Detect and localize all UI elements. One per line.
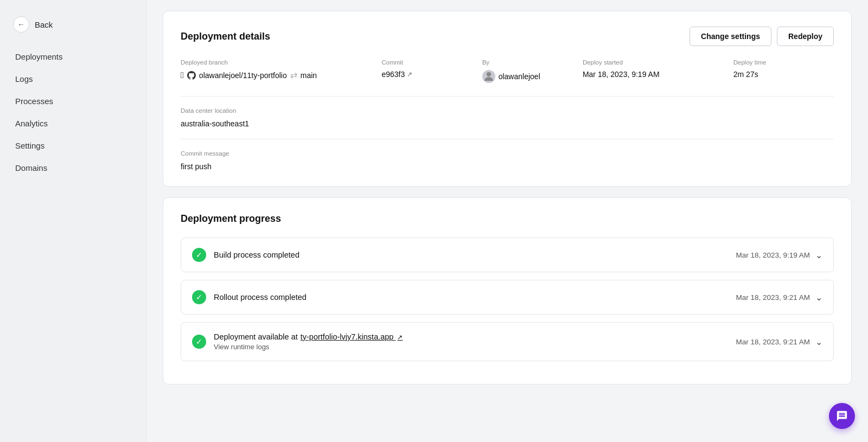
- available-timestamp: Mar 18, 2023, 9:21 AM: [736, 338, 810, 346]
- github-icon: : [181, 71, 184, 80]
- sidebar-item-analytics[interactable]: Analytics: [0, 112, 146, 134]
- deployed-branch-label: Deployed branch: [181, 59, 381, 70]
- rollout-check-icon: ✓: [192, 290, 206, 304]
- avatar: [482, 70, 495, 83]
- deployment-available-right: Mar 18, 2023, 9:21 AM ⌄: [736, 337, 822, 347]
- deploy-started-value: Mar 18, 2023, 9:19 AM: [583, 70, 733, 79]
- by-value: olawanlejoel: [482, 70, 583, 83]
- github-icon-svg: [187, 71, 196, 80]
- by-label: By: [482, 59, 583, 70]
- commit-hash: e963f3: [381, 70, 405, 79]
- progress-card-header: Deployment progress: [181, 213, 834, 225]
- rollout-process-label: Rollout process completed: [214, 293, 307, 302]
- back-label: Back: [35, 20, 53, 29]
- action-buttons: Change settings Redeploy: [690, 27, 834, 46]
- kinsta-link-text: ty-portfolio-lvjy7.kinsta.app: [301, 332, 394, 341]
- rollout-process-item: ✓ Rollout process completed Mar 18, 2023…: [181, 280, 834, 315]
- build-process-right: Mar 18, 2023, 9:19 AM ⌄: [736, 250, 822, 260]
- available-chevron-icon[interactable]: ⌄: [815, 337, 822, 347]
- change-settings-button[interactable]: Change settings: [690, 27, 771, 46]
- deployment-progress-title: Deployment progress: [181, 213, 281, 225]
- chat-icon: [836, 410, 848, 422]
- commit-label: Commit: [381, 59, 482, 70]
- sidebar-item-settings[interactable]: Settings: [0, 134, 146, 157]
- deployment-details-grid: Deployed branch  olawanlejoel/11ty-port…: [181, 59, 834, 83]
- rollout-timestamp: Mar 18, 2023, 9:21 AM: [736, 293, 810, 302]
- rollout-process-right: Mar 18, 2023, 9:21 AM ⌄: [736, 292, 822, 303]
- view-runtime-logs-link[interactable]: View runtime logs: [214, 343, 403, 351]
- deployment-available-left: ✓ Deployment available at ty-portfolio-l…: [192, 332, 403, 351]
- commit-message-section: Commit message first push: [181, 150, 834, 171]
- branch-name: main: [301, 71, 317, 80]
- sidebar-item-logs[interactable]: Logs: [0, 68, 146, 90]
- commit-link[interactable]: e963f3 ↗: [381, 70, 412, 79]
- deployment-details-card: Deployment details Change settings Redep…: [163, 11, 852, 187]
- branch-separator: ⇄: [290, 70, 297, 80]
- commit-message-value: first push: [181, 162, 834, 171]
- data-center-value: australia-southeast1: [181, 119, 834, 128]
- external-link-icon: ↗: [407, 71, 412, 78]
- build-chevron-icon[interactable]: ⌄: [815, 250, 822, 260]
- divider-2: [181, 139, 834, 139]
- deployment-available-label: Deployment available at ty-portfolio-lvj…: [214, 332, 403, 351]
- back-button[interactable]: ← Back: [0, 11, 146, 46]
- main-content: Deployment details Change settings Redep…: [146, 0, 868, 442]
- build-process-item: ✓ Build process completed Mar 18, 2023, …: [181, 238, 834, 272]
- chat-bubble-button[interactable]: [829, 403, 855, 429]
- build-process-left: ✓ Build process completed: [192, 248, 299, 262]
- data-center-section: Data center location australia-southeast…: [181, 107, 834, 128]
- card-header: Deployment details Change settings Redep…: [181, 27, 834, 46]
- deployment-progress-card: Deployment progress ✓ Build process comp…: [163, 197, 852, 385]
- sidebar-item-processes[interactable]: Processes: [0, 90, 146, 112]
- redeploy-button[interactable]: Redeploy: [777, 27, 834, 46]
- deploy-time-label: Deploy time: [733, 59, 834, 70]
- build-process-label: Build process completed: [214, 251, 299, 259]
- commit-value: e963f3 ↗: [381, 70, 482, 79]
- deployment-available-text: Deployment available at: [214, 332, 298, 341]
- available-check-icon: ✓: [192, 335, 206, 349]
- svg-point-0: [487, 72, 491, 76]
- build-timestamp: Mar 18, 2023, 9:19 AM: [736, 251, 810, 259]
- repo-name: olawanlejoel/11ty-portfolio: [199, 71, 287, 80]
- deployment-available-link-line: Deployment available at ty-portfolio-lvj…: [214, 332, 403, 341]
- deployment-available-item: ✓ Deployment available at ty-portfolio-l…: [181, 322, 834, 361]
- kinsta-app-link[interactable]: ty-portfolio-lvjy7.kinsta.app ↗: [301, 332, 403, 341]
- sidebar-nav: Deployments Logs Processes Analytics Set…: [0, 46, 146, 179]
- data-center-label: Data center location: [181, 107, 834, 114]
- by-username: olawanlejoel: [499, 72, 540, 81]
- commit-message-label: Commit message: [181, 150, 834, 157]
- divider-1: [181, 96, 834, 97]
- deploy-started-label: Deploy started: [583, 59, 733, 70]
- rollout-process-left: ✓ Rollout process completed: [192, 290, 307, 304]
- back-arrow-icon: ←: [13, 16, 29, 33]
- deployment-details-title: Deployment details: [181, 31, 270, 42]
- deployed-branch-value:  olawanlejoel/11ty-portfolio ⇄ main: [181, 70, 381, 80]
- kinsta-external-icon: ↗: [397, 334, 403, 341]
- sidebar-item-deployments[interactable]: Deployments: [0, 46, 146, 68]
- sidebar: ← Back Deployments Logs Processes Analyt…: [0, 0, 146, 442]
- deploy-time-value: 2m 27s: [733, 70, 834, 79]
- sidebar-item-domains[interactable]: Domains: [0, 157, 146, 179]
- build-check-icon: ✓: [192, 248, 206, 262]
- rollout-chevron-icon[interactable]: ⌄: [815, 292, 822, 303]
